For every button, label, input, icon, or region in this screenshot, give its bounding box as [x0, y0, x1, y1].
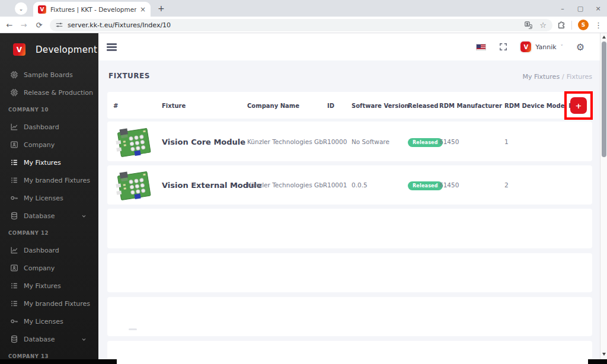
col-header-company: Company Name	[247, 102, 299, 108]
fixture-thumbnail	[115, 125, 153, 158]
gear-icon[interactable]: ⚙	[576, 41, 584, 53]
tab-title: Fixtures | KKT - Development	[50, 6, 136, 13]
table-row[interactable]: Vision External Module Künzler Technolog…	[107, 165, 592, 205]
sidebar-item-label: My Fixtures	[24, 282, 61, 290]
scroll-up-arrow[interactable]	[602, 36, 606, 39]
fullscreen-icon[interactable]	[499, 43, 507, 51]
main-content: FIXTURES My Fixtures/Fixtures # Fixture …	[98, 60, 600, 364]
empty-table-row	[107, 297, 592, 336]
add-fixture-button[interactable]: +	[570, 97, 587, 114]
col-header-rdm-device-model-id: RDM Device Model Id	[504, 102, 575, 108]
sidebar-item-database[interactable]: Database	[0, 330, 98, 348]
chevron-down-icon	[81, 337, 87, 342]
sidebar-item-my-licenses[interactable]: My Licenses	[0, 312, 98, 330]
user-name: Yannik	[535, 43, 556, 51]
scrollbar-thumb[interactable]	[602, 41, 606, 157]
list-icon	[10, 176, 18, 184]
sidebar-item-label: My branded Fixtures	[24, 177, 90, 184]
placeholder-dash	[129, 328, 137, 330]
reload-button[interactable]: ⟳	[32, 17, 46, 33]
breadcrumb: My Fixtures/Fixtures	[522, 73, 592, 81]
extensions-icon[interactable]	[557, 21, 566, 29]
sidebar-item-label: Release & Production	[24, 89, 93, 97]
menu-toggle-button[interactable]	[107, 43, 117, 51]
breadcrumb-separator: /	[562, 73, 564, 81]
brand[interactable]: V Development	[0, 33, 98, 66]
back-button[interactable]: ←	[2, 17, 17, 33]
sidebar-item-company[interactable]: Company	[0, 136, 98, 154]
breadcrumb-parent[interactable]: My Fixtures	[522, 73, 560, 81]
page-scrollbar[interactable]	[600, 33, 607, 359]
chart-icon	[10, 246, 18, 254]
sidebar-item-my-branded-fixtures[interactable]: My branded Fixtures	[0, 295, 98, 312]
list-icon	[10, 282, 18, 290]
rdm-device-model-id: 1	[504, 138, 509, 145]
col-header-rdm-manufacturer: RDM Manufacturer	[439, 102, 502, 108]
url-text[interactable]: server.kk-t.eu/Fixtures/Index/10	[68, 21, 525, 29]
browser-tab-strip: ⌄ V Fixtures | KKT - Development × + – ▢…	[0, 0, 607, 17]
sidebar-item-my-fixtures[interactable]: My Fixtures	[0, 277, 98, 295]
tab-search-button[interactable]: ⌄	[15, 2, 27, 15]
table-row[interactable]: Vision Core Module Künzler Technologies …	[107, 122, 592, 161]
translate-icon[interactable]	[525, 21, 532, 29]
empty-table-row	[107, 209, 592, 248]
col-header-id: ID	[327, 102, 334, 108]
site-favicon: V	[38, 5, 46, 14]
bookmark-star-icon[interactable]: ☆	[539, 21, 547, 30]
sidebar-item-company[interactable]: Company	[0, 259, 98, 277]
sidebar-section-company-13: COMPANY 13	[0, 348, 98, 359]
sidebar-section-company-10: COMPANY 10	[0, 101, 98, 118]
forward-button[interactable]: →	[17, 17, 31, 33]
database-icon	[10, 212, 18, 220]
sidebar-section-company-12: COMPANY 12	[0, 225, 98, 241]
sidebar-item-label: My Licenses	[24, 194, 63, 202]
brand-logo: V	[13, 43, 25, 56]
software-version: No Software	[352, 138, 389, 145]
sidebar-item-database[interactable]: Database	[0, 207, 98, 225]
sidebar-item-label: Sample Boards	[24, 71, 73, 79]
language-flag-us[interactable]	[476, 44, 486, 50]
sidebar-item-my-branded-fixtures[interactable]: My branded Fixtures	[0, 171, 98, 189]
rdm-manufacturer: 61450	[439, 181, 459, 189]
browser-profile-avatar[interactable]: S	[578, 20, 589, 30]
cpu-icon	[10, 71, 18, 79]
breadcrumb-current: Fixtures	[567, 73, 592, 81]
fixture-name[interactable]: Vision Core Module	[162, 137, 245, 146]
sidebar-item-label: Company	[24, 141, 55, 149]
user-avatar: V	[520, 41, 531, 52]
col-header-index: #	[113, 102, 118, 108]
chevron-down-icon	[81, 213, 87, 219]
sidebar-item-label: Database	[24, 212, 55, 220]
browser-menu-icon[interactable]: ⋮	[595, 21, 602, 30]
window-maximize-button[interactable]: ▢	[571, 0, 589, 17]
window-minimize-button[interactable]: –	[554, 0, 571, 17]
brand-name: Development	[36, 44, 97, 55]
sidebar-item-my-licenses[interactable]: My Licenses	[0, 189, 98, 207]
sidebar-item-sample-boards[interactable]: Sample Boards	[0, 66, 98, 84]
site-settings-icon[interactable]	[56, 21, 63, 28]
tab-close-icon[interactable]: ×	[140, 5, 146, 14]
window-edge	[0, 359, 117, 364]
browser-tab[interactable]: V Fixtures | KKT - Development ×	[33, 2, 151, 17]
empty-table-row	[107, 341, 592, 364]
browser-toolbar: ← → ⟳ server.kk-t.eu/Fixtures/Index/10 ☆…	[0, 17, 607, 33]
id-card-icon	[10, 141, 18, 149]
list-icon	[10, 299, 18, 308]
status-badge: Released	[408, 181, 443, 189]
sidebar-item-release-production[interactable]: Release & Production	[0, 84, 98, 101]
user-menu[interactable]: V Yannik ˅	[520, 41, 563, 52]
sidebar-item-dashboard[interactable]: Dashboard	[0, 118, 98, 136]
new-tab-button[interactable]: +	[158, 4, 165, 13]
window-edge	[588, 359, 607, 364]
scroll-down-arrow[interactable]	[602, 353, 606, 356]
software-version: 0.0.5	[352, 181, 368, 189]
sidebar-item-label: Database	[24, 336, 55, 343]
fixture-thumbnail	[115, 168, 153, 202]
url-bar[interactable]: server.kk-t.eu/Fixtures/Index/10 ☆	[50, 19, 552, 31]
sidebar-item-my-fixtures[interactable]: My Fixtures	[0, 154, 98, 171]
sidebar-item-label: Company	[24, 264, 55, 272]
table-header-row: # Fixture Company Name ID Software Versi…	[107, 92, 592, 119]
sidebar-item-label: Dashboard	[24, 123, 59, 131]
window-close-button[interactable]: ×	[589, 0, 607, 17]
sidebar-item-dashboard[interactable]: Dashboard	[0, 241, 98, 259]
